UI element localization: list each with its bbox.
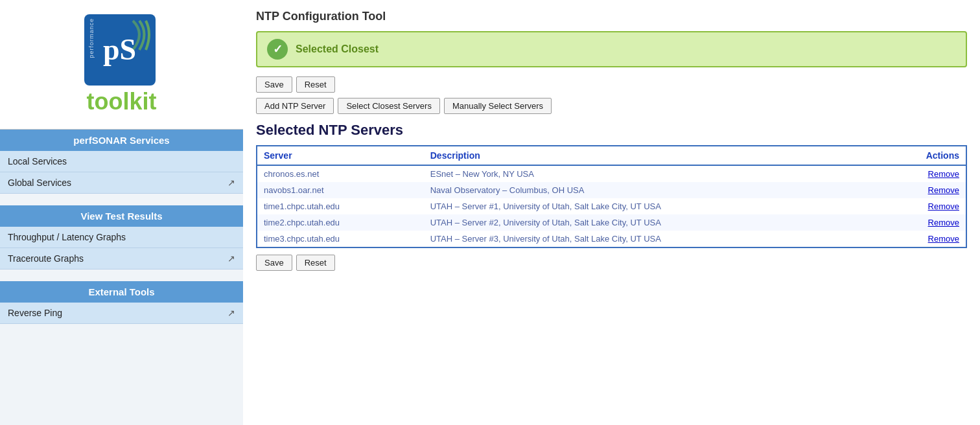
sidebar: performance pS toolkit perfSONAR Service…: [0, 0, 243, 425]
check-circle-icon: ✓: [267, 39, 288, 60]
toolkit-label: toolkit: [87, 88, 157, 115]
status-banner: ✓ Selected Closest: [256, 31, 967, 67]
sidebar-item-traceroute[interactable]: Traceroute Graphs ↗: [0, 248, 243, 270]
external-link-icon-3: ↗: [228, 308, 235, 318]
reset-button-top[interactable]: Reset: [296, 76, 335, 93]
cell-description: UTAH – Server #1, University of Utah, Sa…: [424, 198, 879, 214]
ntp-table: Server Description Actions chronos.es.ne…: [256, 145, 967, 248]
table-row: time1.chpc.utah.eduUTAH – Server #1, Uni…: [257, 198, 966, 214]
col-header-actions: Actions: [879, 146, 966, 165]
logo-area: performance pS toolkit: [0, 0, 243, 130]
sidebar-header-test-results: View Test Results: [0, 205, 243, 227]
table-row: chronos.es.netESnet – New York, NY USARe…: [257, 165, 966, 182]
selected-servers-title: Selected NTP Servers: [256, 122, 967, 139]
sidebar-item-local-services[interactable]: Local Services: [0, 151, 243, 172]
cell-actions: Remove: [879, 165, 966, 182]
external-link-icon-2: ↗: [228, 253, 235, 264]
performance-label: performance: [88, 18, 95, 58]
table-row: time2.chpc.utah.eduUTAH – Server #2, Uni…: [257, 214, 966, 231]
sidebar-header-external-tools: External Tools: [0, 281, 243, 303]
top-button-row: Save Reset: [256, 76, 967, 93]
sidebar-item-throughput[interactable]: Throughput / Latency Graphs: [0, 227, 243, 248]
reset-button-bottom[interactable]: Reset: [296, 255, 335, 271]
remove-link[interactable]: Remove: [928, 201, 959, 211]
save-button-bottom[interactable]: Save: [256, 255, 292, 271]
remove-link[interactable]: Remove: [928, 218, 959, 227]
sidebar-item-reverse-ping[interactable]: Reverse Ping ↗: [0, 303, 243, 324]
cell-server: navobs1.oar.net: [257, 182, 424, 198]
cell-description: UTAH – Server #3, University of Utah, Sa…: [424, 231, 879, 247]
table-row: navobs1.oar.netNaval Observatory – Colum…: [257, 182, 966, 198]
sidebar-gap-1: [0, 194, 243, 205]
save-button-top[interactable]: Save: [256, 76, 292, 93]
col-header-description: Description: [424, 146, 879, 165]
cell-description: UTAH – Server #2, University of Utah, Sa…: [424, 214, 879, 231]
cell-description: Naval Observatory – Columbus, OH USA: [424, 182, 879, 198]
main-content: NTP Configuration Tool ✓ Selected Closes…: [243, 0, 980, 425]
external-link-icon: ↗: [228, 178, 235, 188]
cell-server: time1.chpc.utah.edu: [257, 198, 424, 214]
cell-actions: Remove: [879, 231, 966, 247]
bottom-button-row: Save Reset: [256, 255, 967, 271]
ps-logo-text: pS: [103, 32, 136, 67]
cell-actions: Remove: [879, 214, 966, 231]
sidebar-header-perfsonar: perfSONAR Services: [0, 130, 243, 151]
col-header-server: Server: [257, 146, 424, 165]
cell-description: ESnet – New York, NY USA: [424, 165, 879, 182]
manually-select-servers-button[interactable]: Manually Select Servers: [444, 98, 552, 114]
page-title: NTP Configuration Tool: [256, 10, 967, 23]
table-row: time3.chpc.utah.eduUTAH – Server #3, Uni…: [257, 231, 966, 247]
cell-server: chronos.es.net: [257, 165, 424, 182]
sidebar-item-global-services[interactable]: Global Services ↗: [0, 172, 243, 194]
action-button-row: Add NTP Server Select Closest Servers Ma…: [256, 98, 967, 114]
cell-server: time3.chpc.utah.edu: [257, 231, 424, 247]
cell-server: time2.chpc.utah.edu: [257, 214, 424, 231]
select-closest-servers-button[interactable]: Select Closest Servers: [338, 98, 440, 114]
remove-link[interactable]: Remove: [928, 169, 959, 179]
cell-actions: Remove: [879, 198, 966, 214]
cell-actions: Remove: [879, 182, 966, 198]
sidebar-gap-2: [0, 270, 243, 281]
logo-box: performance pS: [84, 14, 156, 86]
remove-link[interactable]: Remove: [928, 234, 959, 244]
add-ntp-server-button[interactable]: Add NTP Server: [256, 98, 334, 114]
status-text: Selected Closest: [296, 43, 379, 55]
remove-link[interactable]: Remove: [928, 185, 959, 195]
